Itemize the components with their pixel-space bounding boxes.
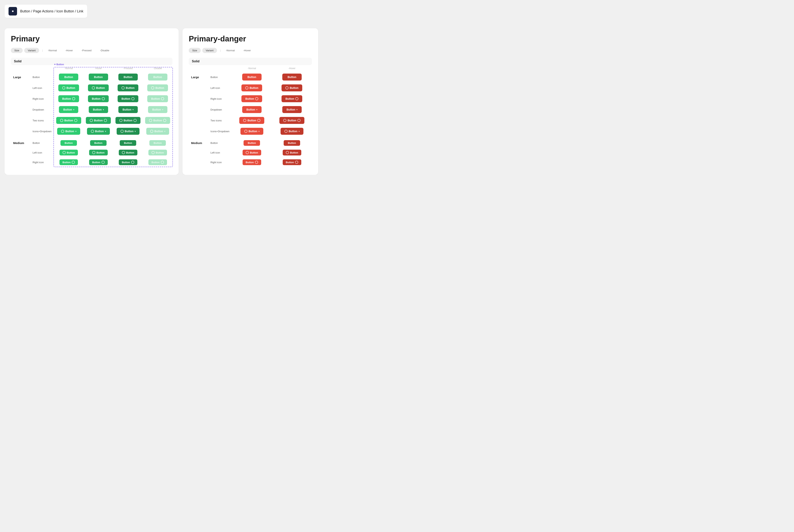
btn-large-dropdown-hover[interactable]: Button ▾ bbox=[89, 106, 108, 113]
right-icon-circle bbox=[295, 161, 298, 164]
btn-large-iconsdropdown-hover[interactable]: Button ▾ bbox=[87, 128, 110, 135]
left-icon-circle bbox=[284, 130, 288, 133]
left-icon-circle bbox=[62, 151, 66, 154]
danger-medium-size-label: Medium bbox=[189, 137, 208, 148]
right-icon-circle bbox=[104, 119, 107, 122]
btn-medium-disabled: Button bbox=[149, 140, 166, 146]
danger-two-icons-label: Two icons bbox=[208, 115, 232, 126]
btn-danger-large-lefticon-hover[interactable]: Button bbox=[281, 84, 302, 91]
btn-large-dropdown-normal[interactable]: Button ▾ bbox=[59, 106, 78, 113]
left-icon-circle bbox=[243, 119, 246, 122]
btn-large-iconsdropdown-normal[interactable]: Button ▾ bbox=[57, 128, 80, 135]
btn-large-pressed[interactable]: Button bbox=[118, 74, 138, 80]
right-icon-circle bbox=[161, 97, 164, 100]
btn-large-lefticon-hover[interactable]: Button bbox=[88, 84, 109, 91]
btn-large-normal[interactable]: Button bbox=[59, 74, 78, 80]
btn-large-hover[interactable]: Button bbox=[89, 74, 108, 80]
danger-state-hover: -Hover bbox=[240, 48, 254, 53]
danger-large-iconsdropdown-row: Icons+Dropdown Button ▾ Button ▾ bbox=[189, 126, 312, 137]
btn-danger-large-twoicons-hover[interactable]: Button bbox=[279, 117, 304, 124]
btn-large-twoicons-hover[interactable]: Button bbox=[86, 117, 111, 124]
right-icon-circle bbox=[74, 119, 77, 122]
btn-large-twoicons-normal[interactable]: Button bbox=[56, 117, 81, 124]
danger-large-twoicons-row: Two icons Button Button bbox=[189, 115, 312, 126]
right-icon-circle bbox=[161, 161, 164, 164]
size-filter[interactable]: Size bbox=[11, 48, 23, 53]
btn-danger-medium-hover[interactable]: Button bbox=[284, 140, 300, 146]
btn-medium-pressed[interactable]: Button bbox=[120, 140, 136, 146]
danger-large-lefticon-row: Left icon Button Button bbox=[189, 82, 312, 93]
right-icon-circle bbox=[255, 97, 258, 100]
btn-danger-medium-lefticon-normal[interactable]: Button bbox=[243, 150, 261, 155]
solid-label: Solid bbox=[11, 58, 172, 65]
btn-large-lefticon-normal[interactable]: Button bbox=[58, 84, 79, 91]
chevron-down-icon: ▾ bbox=[132, 109, 133, 111]
right-icon-circle bbox=[72, 97, 75, 100]
page-title: Button / Page Actions / Icon Button / Li… bbox=[20, 9, 83, 13]
btn-large-dropdown-disabled: Button ▾ bbox=[148, 106, 167, 113]
btn-large-iconsdropdown-pressed[interactable]: Button ▾ bbox=[117, 128, 140, 135]
btn-danger-large-iconsdropdown-normal[interactable]: Button ▾ bbox=[240, 128, 263, 135]
state-hover: -Hover bbox=[62, 48, 76, 53]
btn-medium-normal[interactable]: Button bbox=[60, 140, 77, 146]
left-icon-circle bbox=[151, 151, 154, 154]
btn-large-lefticon-pressed[interactable]: Button bbox=[117, 84, 139, 91]
left-icon-circle bbox=[62, 86, 65, 90]
btn-medium-hover[interactable]: Button bbox=[90, 140, 107, 146]
btn-medium-righticon-normal[interactable]: Button bbox=[59, 159, 78, 165]
btn-danger-medium-righticon-normal[interactable]: Button bbox=[243, 159, 261, 165]
danger-size-filter[interactable]: Size bbox=[189, 48, 201, 53]
btn-danger-large-lefticon-normal[interactable]: Button bbox=[241, 84, 262, 91]
button-table: -Normal -Hover -Pressed -Disable Large B… bbox=[11, 65, 172, 167]
btn-large-righticon-normal[interactable]: Button bbox=[58, 95, 79, 102]
btn-danger-large-iconsdropdown-hover[interactable]: Button ▾ bbox=[280, 128, 303, 135]
btn-danger-large-dropdown-normal[interactable]: Button ▾ bbox=[242, 106, 262, 113]
btn-medium-righticon-pressed[interactable]: Button bbox=[119, 159, 137, 165]
two-icons-label: Two icons bbox=[30, 115, 54, 126]
btn-large-righticon-disabled: Button bbox=[147, 95, 168, 102]
left-icon-circle bbox=[244, 130, 247, 133]
medium-righticon-label: Right icon bbox=[30, 157, 54, 167]
btn-danger-medium-righticon-hover[interactable]: Button bbox=[283, 159, 301, 165]
btn-medium-lefticon-normal[interactable]: Button bbox=[59, 150, 78, 155]
btn-danger-large-twoicons-normal[interactable]: Button bbox=[239, 117, 264, 124]
btn-danger-large-righticon-normal[interactable]: Button bbox=[241, 95, 262, 102]
left-icon-circle bbox=[122, 86, 125, 90]
left-icon-circle bbox=[286, 151, 289, 154]
chevron-down-icon: ▾ bbox=[135, 130, 136, 132]
danger-panel-title: Primary-danger bbox=[189, 35, 312, 43]
btn-large-righticon-pressed[interactable]: Button bbox=[117, 95, 139, 102]
btn-large-righticon-hover[interactable]: Button bbox=[88, 95, 109, 102]
btn-danger-large-dropdown-hover[interactable]: Button ▾ bbox=[282, 106, 302, 113]
left-icon-circle bbox=[151, 86, 154, 90]
danger-medium-button-type-label: Button bbox=[208, 137, 232, 148]
large-button-type-label: Button bbox=[30, 72, 54, 82]
btn-medium-righticon-hover[interactable]: Button bbox=[89, 159, 108, 165]
primary-panel: Primary Size Variant | -Normal -Hover -P… bbox=[5, 28, 179, 175]
btn-medium-lefticon-hover[interactable]: Button bbox=[89, 150, 108, 155]
btn-danger-medium-normal[interactable]: Button bbox=[243, 140, 260, 146]
left-icon-circle bbox=[60, 119, 63, 122]
medium-righticon-row: Right icon Button Button Button bbox=[11, 157, 172, 167]
left-icon-circle bbox=[246, 151, 249, 154]
state-normal: -Normal bbox=[44, 48, 60, 53]
danger-variant-filter[interactable]: Variant bbox=[202, 48, 217, 53]
btn-danger-medium-lefticon-hover[interactable]: Button bbox=[283, 150, 301, 155]
btn-large-dropdown-pressed[interactable]: Button ▾ bbox=[118, 106, 138, 113]
chevron-down-icon: ▾ bbox=[164, 130, 165, 132]
danger-state-normal: -Normal bbox=[222, 48, 238, 53]
btn-medium-lefticon-pressed[interactable]: Button bbox=[119, 150, 137, 155]
left-icon-circle bbox=[92, 151, 95, 154]
left-icon-circle bbox=[91, 130, 94, 133]
btn-large-disabled: Button bbox=[148, 74, 167, 80]
variant-filter[interactable]: Variant bbox=[24, 48, 39, 53]
btn-danger-large-righticon-hover[interactable]: Button bbox=[281, 95, 302, 102]
btn-danger-large-normal[interactable]: Button bbox=[242, 74, 262, 80]
left-icon-circle bbox=[283, 119, 287, 122]
left-icon-circle bbox=[92, 86, 95, 90]
btn-large-twoicons-pressed[interactable]: Button bbox=[115, 117, 141, 124]
btn-danger-large-hover[interactable]: Button bbox=[282, 74, 302, 80]
chevron-down-icon: ▾ bbox=[105, 130, 106, 132]
left-icon-circle bbox=[119, 119, 123, 122]
right-icon-circle bbox=[295, 97, 298, 100]
